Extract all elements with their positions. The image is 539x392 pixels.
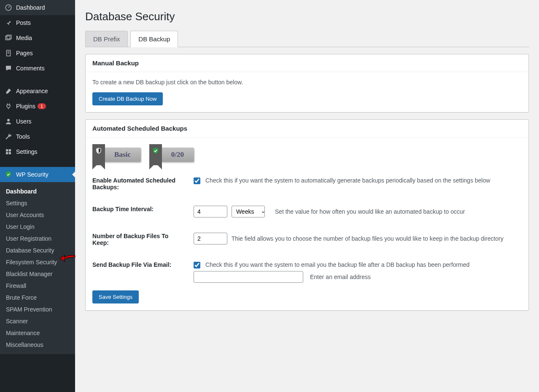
submenu-item-blacklist-manager[interactable]: Blacklist Manager: [0, 268, 75, 280]
shield-icon: [4, 170, 13, 179]
menu-label: Pages: [16, 50, 33, 56]
plug-icon: [4, 102, 13, 110]
desc-backup-email: Check this if you want the system to ema…: [205, 261, 469, 268]
submenu-item-maintenance[interactable]: Maintenance: [0, 327, 75, 339]
admin-sidebar: DashboardPostsMediaPagesCommentsAppearan…: [0, 0, 75, 392]
main-content: Database Security DB PrefixDB Backup Man…: [75, 0, 539, 392]
save-settings-button[interactable]: Save Settings: [92, 290, 139, 303]
card-automated-backups: Automated Scheduled Backups Basic 0/20: [85, 119, 529, 311]
media-icon: [4, 34, 13, 42]
submenu-item-filesystem-security[interactable]: Filesystem Security: [0, 256, 75, 268]
shield-check-icon: [149, 144, 162, 165]
menu-item-plugins[interactable]: Plugins1: [0, 99, 75, 114]
menu-label: Media: [16, 35, 32, 41]
menu-label: Comments: [16, 65, 45, 72]
page-title: Database Security: [85, 10, 529, 23]
input-backup-interval[interactable]: [194, 206, 227, 217]
submenu-item-database-security[interactable]: Database Security: [0, 244, 75, 256]
security-level-ribbons: Basic 0/20: [92, 144, 522, 165]
svg-rect-2: [7, 35, 11, 39]
desc-backup-interval: Set the value for how often you would li…: [275, 208, 465, 215]
menu-label: Dashboard: [16, 4, 45, 11]
dashboard-icon: [4, 3, 13, 12]
submenu-item-settings[interactable]: Settings: [0, 197, 75, 209]
desc-backup-keep: Thie field allows you to choose the numb…: [232, 235, 504, 242]
menu-label: Appearance: [16, 88, 48, 94]
menu-item-media[interactable]: Media: [0, 30, 75, 46]
menu-item-wp-security[interactable]: WP Security: [0, 167, 75, 182]
menu-label: Posts: [16, 19, 31, 26]
submenu-item-miscellaneous[interactable]: Miscellaneous: [0, 339, 75, 351]
submenu-item-firewall[interactable]: Firewall: [0, 280, 75, 292]
shield-icon: [92, 144, 105, 165]
svg-rect-5: [6, 149, 8, 151]
card-heading: Automated Scheduled Backups: [86, 120, 528, 137]
menu-item-pages[interactable]: Pages: [0, 46, 75, 61]
pin-icon: [4, 19, 13, 27]
menu-item-tools[interactable]: Tools: [0, 129, 75, 144]
menu-item-appearance[interactable]: Appearance: [0, 83, 75, 99]
comment-icon: [4, 64, 13, 72]
wrench-icon: [4, 132, 13, 141]
submenu-wp-security: DashboardSettingsUser AccountsUser Login…: [0, 182, 75, 354]
menu-label: Plugins: [16, 103, 35, 110]
card-heading: Manual Backup: [86, 54, 528, 72]
create-db-backup-button[interactable]: Create DB Backup Now: [92, 92, 163, 105]
email-placeholder-note: Enter an email address: [310, 274, 371, 280]
svg-rect-1: [5, 36, 10, 40]
settings-icon: [4, 148, 13, 156]
tabs: DB PrefixDB Backup: [85, 31, 529, 47]
select-backup-interval-unit[interactable]: Weeks: [232, 206, 265, 217]
user-icon: [4, 117, 13, 126]
menu-label: WP Security: [16, 171, 49, 178]
update-badge: 1: [38, 103, 46, 109]
card-manual-backup: Manual Backup To create a new DB backup …: [85, 54, 529, 113]
menu-label: Users: [16, 118, 32, 125]
label-enable-backups: Enable Automated Scheduled Backups:: [92, 177, 194, 191]
submenu-item-dashboard[interactable]: Dashboard: [0, 185, 75, 197]
svg-rect-7: [6, 152, 8, 154]
submenu-item-user-registration[interactable]: User Registration: [0, 233, 75, 244]
tab-db-prefix[interactable]: DB Prefix: [85, 31, 128, 47]
page-icon: [4, 49, 13, 57]
checkbox-backup-email[interactable]: [194, 262, 200, 268]
checkbox-enable-backups[interactable]: [194, 177, 200, 184]
manual-backup-desc: To create a new DB backup just click on …: [92, 79, 522, 86]
submenu-item-scanner[interactable]: Scanner: [0, 315, 75, 327]
menu-label: Tools: [16, 133, 30, 140]
menu-label: Settings: [16, 148, 38, 155]
label-backup-email: Send Backup File Via Email:: [92, 261, 194, 268]
label-backup-keep: Number of Backup Files To Keep:: [92, 233, 194, 246]
menu-item-users[interactable]: Users: [0, 114, 75, 129]
submenu-item-user-accounts[interactable]: User Accounts: [0, 209, 75, 221]
security-score: 0/20: [161, 148, 194, 162]
tab-db-backup[interactable]: DB Backup: [130, 31, 178, 47]
svg-point-4: [7, 119, 10, 121]
submenu-item-spam-prevention[interactable]: SPAM Prevention: [0, 303, 75, 315]
menu-item-settings[interactable]: Settings: [0, 144, 75, 159]
input-backup-email[interactable]: [194, 271, 303, 283]
menu-item-dashboard[interactable]: Dashboard: [0, 0, 75, 15]
input-backup-keep[interactable]: [194, 233, 227, 244]
desc-enable-backups: Check this if you want the system to aut…: [205, 177, 490, 184]
svg-rect-6: [9, 149, 11, 151]
security-level-basic: Basic: [104, 148, 141, 162]
submenu-item-user-login[interactable]: User Login: [0, 221, 75, 233]
label-backup-interval: Backup Time Interval:: [92, 206, 194, 212]
svg-rect-8: [9, 152, 11, 154]
submenu-item-brute-force[interactable]: Brute Force: [0, 292, 75, 303]
menu-item-posts[interactable]: Posts: [0, 15, 75, 30]
brush-icon: [4, 87, 13, 95]
menu-item-comments[interactable]: Comments: [0, 61, 75, 76]
